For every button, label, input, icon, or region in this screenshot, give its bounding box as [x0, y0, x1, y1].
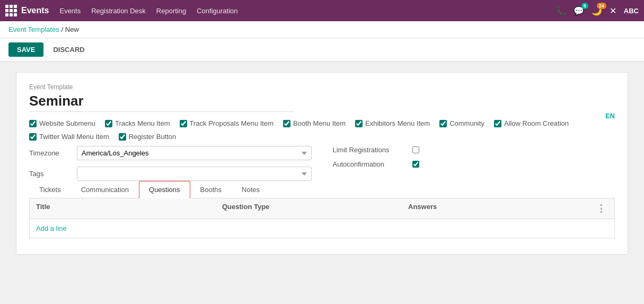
- topbar: Events Events Registration Desk Reportin…: [0, 0, 644, 21]
- form-right: Limit Registrations Autoconfirmation: [333, 146, 615, 181]
- checkbox-tracks-menu-item: Tracks Menu Item: [105, 119, 170, 127]
- phone-icon[interactable]: 📞: [555, 6, 566, 16]
- save-button[interactable]: SAVE: [8, 42, 43, 57]
- main-content: Event Template EN Website Submenu Tracks…: [0, 62, 644, 304]
- autoconfirmation-checkbox[interactable]: [412, 161, 419, 168]
- chat-icon[interactable]: 💬 5: [574, 6, 584, 16]
- checkbox-tracks-menu-item-input[interactable]: [105, 120, 112, 127]
- checkbox-twitter-wall-menu-item: Twitter Wall Menu Item: [29, 133, 109, 141]
- checkbox-booth-menu-item-label: Booth Menu Item: [293, 119, 346, 127]
- col-answers: Answers: [408, 203, 594, 214]
- table-menu-icon[interactable]: ⋮: [594, 203, 608, 214]
- section-label: Event Template: [29, 83, 615, 91]
- chat-badge: 5: [581, 3, 588, 9]
- breadcrumb-current: New: [65, 25, 79, 33]
- checkbox-website-submenu-label: Website Submenu: [39, 119, 95, 127]
- tags-select[interactable]: [77, 167, 312, 181]
- limit-registrations-row: Limit Registrations: [333, 146, 615, 154]
- checkbox-exhibitors-menu-item: Exhibitors Menu Item: [355, 119, 430, 127]
- nav-registration-desk[interactable]: Registration Desk: [91, 7, 146, 15]
- close-icon[interactable]: ✕: [610, 6, 616, 16]
- discard-button[interactable]: DISCARD: [49, 42, 89, 57]
- checkbox-exhibitors-menu-item-label: Exhibitors Menu Item: [365, 119, 430, 127]
- app-logo[interactable]: Events: [5, 5, 49, 16]
- template-name-input[interactable]: [29, 93, 294, 112]
- form-card: Event Template EN Website Submenu Tracks…: [16, 72, 628, 255]
- top-nav: Events Registration Desk Reporting Confi…: [59, 7, 544, 15]
- checkbox-allow-room-creation-label: Allow Room Creation: [504, 119, 569, 127]
- nav-events[interactable]: Events: [59, 7, 81, 15]
- limit-registrations-checkbox[interactable]: [412, 146, 419, 153]
- col-question-type: Question Type: [222, 203, 408, 214]
- checkbox-tracks-menu-item-label: Tracks Menu Item: [115, 119, 170, 127]
- checkbox-track-proposals-menu-item: Track Proposals Menu Item: [180, 119, 274, 127]
- checkbox-community-input[interactable]: [439, 120, 447, 127]
- breadcrumb: Event Templates / New: [0, 21, 644, 38]
- col-title: Title: [36, 203, 222, 214]
- timezone-select[interactable]: America/Los_Angeles: [77, 146, 312, 160]
- timezone-row: Timezone America/Los_Angeles: [29, 146, 312, 160]
- tab-questions[interactable]: Questions: [139, 181, 190, 198]
- checkbox-allow-room-creation-input[interactable]: [494, 120, 501, 127]
- checkbox-community: Community: [439, 119, 484, 127]
- table-container: Title Question Type Answers ⋮ Add a line: [29, 198, 615, 238]
- autoconfirmation-row: Autoconfirmation: [333, 160, 615, 168]
- checkbox-register-button-label: Register Button: [129, 133, 177, 141]
- checkbox-twitter-wall-menu-item-label: Twitter Wall Menu Item: [39, 133, 109, 141]
- checkbox-track-proposals-menu-item-input[interactable]: [180, 120, 187, 127]
- checkbox-booth-menu-item-input[interactable]: [283, 120, 290, 127]
- timezone-label: Timezone: [29, 149, 72, 157]
- form-left: Timezone America/Los_Angeles Tags: [29, 146, 312, 181]
- form-two-col: Timezone America/Los_Angeles Tags Limit …: [29, 146, 615, 181]
- checkbox-twitter-wall-menu-item-input[interactable]: [29, 133, 37, 141]
- checkbox-website-submenu: Website Submenu: [29, 119, 95, 127]
- tags-label: Tags: [29, 170, 72, 178]
- checkbox-register-button-input[interactable]: [119, 133, 126, 141]
- tab-tickets[interactable]: Tickets: [29, 181, 71, 198]
- clock-icon[interactable]: 🌙 24: [592, 6, 602, 16]
- breadcrumb-separator: /: [61, 25, 64, 33]
- checkbox-track-proposals-menu-item-label: Track Proposals Menu Item: [190, 119, 274, 127]
- breadcrumb-parent[interactable]: Event Templates: [8, 25, 59, 33]
- autoconfirmation-label: Autoconfirmation: [333, 160, 407, 168]
- tabs: Tickets Communication Questions Booths N…: [29, 181, 615, 198]
- lang-badge[interactable]: EN: [605, 112, 615, 120]
- tab-booths[interactable]: Booths: [190, 181, 232, 198]
- checkbox-booth-menu-item: Booth Menu Item: [283, 119, 346, 127]
- nav-configuration[interactable]: Configuration: [197, 7, 237, 15]
- table-header: Title Question Type Answers ⋮: [30, 198, 614, 219]
- tab-notes[interactable]: Notes: [232, 181, 270, 198]
- checkboxes-row-2: Twitter Wall Menu Item Register Button: [29, 133, 615, 141]
- tab-communication[interactable]: Communication: [71, 181, 139, 198]
- checkbox-register-button: Register Button: [119, 133, 177, 141]
- nav-reporting[interactable]: Reporting: [156, 7, 186, 15]
- action-bar: SAVE DISCARD: [0, 38, 644, 62]
- limit-registrations-label: Limit Registrations: [333, 146, 407, 154]
- checkboxes-row: Website Submenu Tracks Menu Item Track P…: [29, 119, 605, 127]
- checkbox-website-submenu-input[interactable]: [29, 120, 37, 127]
- table-body: Add a line: [30, 219, 614, 238]
- topbar-right: 📞 💬 5 🌙 24 ✕ ABC: [555, 6, 639, 16]
- checkbox-community-label: Community: [449, 119, 484, 127]
- checkbox-exhibitors-menu-item-input[interactable]: [355, 120, 363, 127]
- app-name: Events: [21, 6, 49, 15]
- add-line-button[interactable]: Add a line: [36, 224, 67, 232]
- checkbox-allow-room-creation: Allow Room Creation: [494, 119, 569, 127]
- grid-icon: [5, 5, 17, 16]
- user-avatar[interactable]: ABC: [624, 7, 639, 15]
- clock-badge: 24: [597, 3, 606, 9]
- tags-row: Tags: [29, 167, 312, 181]
